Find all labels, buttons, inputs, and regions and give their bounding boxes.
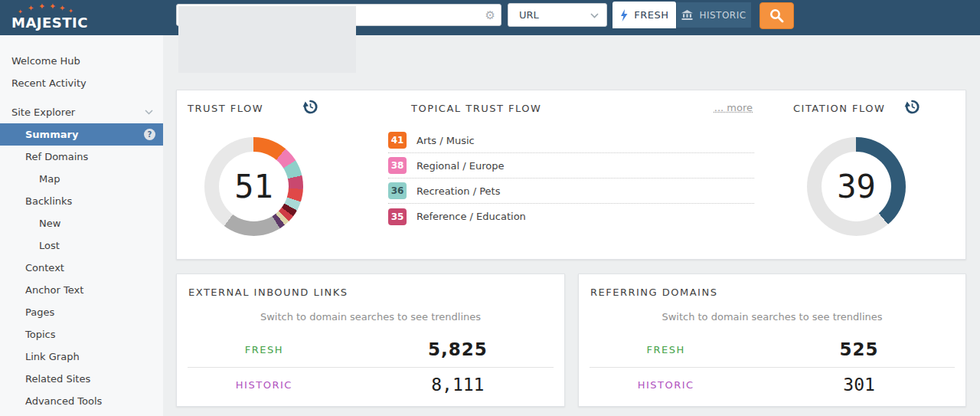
chevron-down-icon xyxy=(145,110,153,115)
sidebar-item-link-graph[interactable]: Link Graph xyxy=(0,346,163,368)
historic-stat-row: HISTORIC 301 xyxy=(579,368,965,401)
fresh-index-button[interactable]: FRESH xyxy=(612,2,676,28)
main-content: TRUST FLOW 51 TOPICAL TRUST FLOW ... mor… xyxy=(163,35,980,416)
historic-value: 301 xyxy=(753,375,965,395)
sidebar-item-site-explorer[interactable]: Site Explorer xyxy=(0,101,163,123)
sidebar-item-related-sites[interactable]: Related Sites xyxy=(0,368,163,390)
sidebar-item-context[interactable]: Context xyxy=(0,257,163,279)
sidebar-item-new[interactable]: New xyxy=(0,212,163,234)
url-type-selected-value: URL xyxy=(519,9,539,21)
topic-label: Reference / Education xyxy=(416,211,526,222)
search-settings-gear-icon[interactable]: ⚙ xyxy=(485,8,495,23)
sidebar-item-recent-activity[interactable]: Recent Activity xyxy=(0,72,163,94)
logo-star-icon: ✦ xyxy=(28,5,34,12)
topic-score-badge: 36 xyxy=(388,182,407,199)
search-magnifier-icon xyxy=(769,8,784,23)
citation-flow-value: 39 xyxy=(807,168,906,205)
topical-trust-flow-title: TOPICAL TRUST FLOW xyxy=(411,103,541,114)
sidebar-item-ref-domains[interactable]: Ref Domains xyxy=(0,146,163,168)
fresh-button-label: FRESH xyxy=(634,9,668,21)
logo-star-icon: ✦ xyxy=(59,5,65,12)
help-question-icon[interactable]: ? xyxy=(144,129,155,140)
sidebar-item-welcome-hub[interactable]: Welcome Hub xyxy=(0,50,163,72)
citation-flow-history-icon[interactable] xyxy=(904,99,920,118)
fresh-value: 525 xyxy=(753,339,965,359)
bank-icon xyxy=(681,10,693,20)
topical-trust-flow-list: 41 Arts / Music 38 Regional / Europe 36 … xyxy=(388,128,754,229)
sidebar-item-backlinks[interactable]: Backlinks xyxy=(0,190,163,212)
url-type-dropdown[interactable]: URL xyxy=(508,3,607,27)
topical-row[interactable]: 36 Recreation / Pets xyxy=(388,179,754,204)
sidebar-item-lost[interactable]: Lost xyxy=(0,234,163,257)
topical-row[interactable]: 41 Arts / Music xyxy=(388,128,754,153)
majestic-logo[interactable]: ✦ ✦ ✦ ✦ ✦ ✦ MAJESTIC xyxy=(11,2,96,34)
fresh-value: 5,825 xyxy=(351,339,564,359)
historic-index-button[interactable]: HISTORIC xyxy=(677,2,751,28)
topic-label: Regional / Europe xyxy=(416,160,504,172)
topic-score-badge: 38 xyxy=(388,157,407,174)
logo-wordmark: MAJESTIC xyxy=(11,15,88,31)
citation-flow-donut-chart: 39 xyxy=(807,137,906,236)
sidebar-item-advanced-tools[interactable]: Advanced Tools xyxy=(0,390,163,412)
external-links-title: EXTERNAL INBOUND LINKS xyxy=(188,287,348,298)
sidebar-item-label: Site Explorer xyxy=(11,106,75,118)
fresh-label[interactable]: FRESH xyxy=(177,344,351,355)
topical-row[interactable]: 38 Regional / Europe xyxy=(388,153,754,179)
trendlines-note: Switch to domain searches to see trendli… xyxy=(579,311,965,323)
fresh-stat-row: FRESH 5,825 xyxy=(177,332,564,366)
historic-value: 8,111 xyxy=(351,375,564,395)
redacted-search-query-region xyxy=(178,6,356,73)
referring-domains-card: REFERRING DOMAINS Switch to domain searc… xyxy=(578,274,966,407)
topic-label: Recreation / Pets xyxy=(416,185,500,197)
historic-button-label: HISTORIC xyxy=(699,10,746,21)
logo-star-icon: ✦ xyxy=(68,8,74,15)
external-inbound-links-card: EXTERNAL INBOUND LINKS Switch to domain … xyxy=(176,274,565,407)
logo-star-icon: ✦ xyxy=(38,2,45,11)
trust-flow-value: 51 xyxy=(204,168,303,205)
majestic-site-explorer-page: ✦ ✦ ✦ ✦ ✦ ✦ MAJESTIC ⚙ URL FRESH xyxy=(0,0,980,416)
sidebar-item-topics[interactable]: Topics xyxy=(0,323,163,346)
sidebar-item-anchor-text[interactable]: Anchor Text xyxy=(0,279,163,301)
topic-score-badge: 35 xyxy=(388,208,407,225)
trust-flow-title: TRUST FLOW xyxy=(188,103,263,114)
sidebar-item-summary[interactable]: Summary ? xyxy=(0,123,163,146)
chevron-down-icon xyxy=(590,13,599,18)
sidebar-nav: Welcome Hub Recent Activity Site Explore… xyxy=(0,35,163,416)
flow-metrics-card: TRUST FLOW 51 TOPICAL TRUST FLOW ... mor… xyxy=(176,90,966,260)
trust-flow-history-icon[interactable] xyxy=(302,99,318,118)
logo-star-icon: ✦ xyxy=(49,2,56,11)
top-bar: ✦ ✦ ✦ ✦ ✦ ✦ MAJESTIC ⚙ URL FRESH xyxy=(0,0,980,35)
citation-flow-title: CITATION FLOW xyxy=(793,103,885,114)
historic-label[interactable]: HISTORIC xyxy=(579,379,753,391)
trust-flow-donut-chart: 51 xyxy=(204,137,303,236)
lightning-bolt-icon xyxy=(619,9,628,21)
sidebar-item-map[interactable]: Map xyxy=(0,168,163,190)
topic-label: Arts / Music xyxy=(416,135,475,146)
fresh-stat-row: FRESH 525 xyxy=(579,332,965,366)
topic-score-badge: 41 xyxy=(388,132,407,149)
topical-more-link[interactable]: ... more xyxy=(714,102,753,113)
historic-label[interactable]: HISTORIC xyxy=(177,379,351,391)
fresh-label[interactable]: FRESH xyxy=(579,344,753,355)
topical-row[interactable]: 35 Reference / Education xyxy=(388,204,754,229)
referring-domains-title: REFERRING DOMAINS xyxy=(590,287,717,298)
trendlines-note: Switch to domain searches to see trendli… xyxy=(177,311,564,323)
sidebar-item-pages[interactable]: Pages xyxy=(0,301,163,323)
search-submit-button[interactable] xyxy=(760,2,794,29)
historic-stat-row: HISTORIC 8,111 xyxy=(177,368,564,401)
sidebar-item-label: Summary xyxy=(25,129,78,140)
